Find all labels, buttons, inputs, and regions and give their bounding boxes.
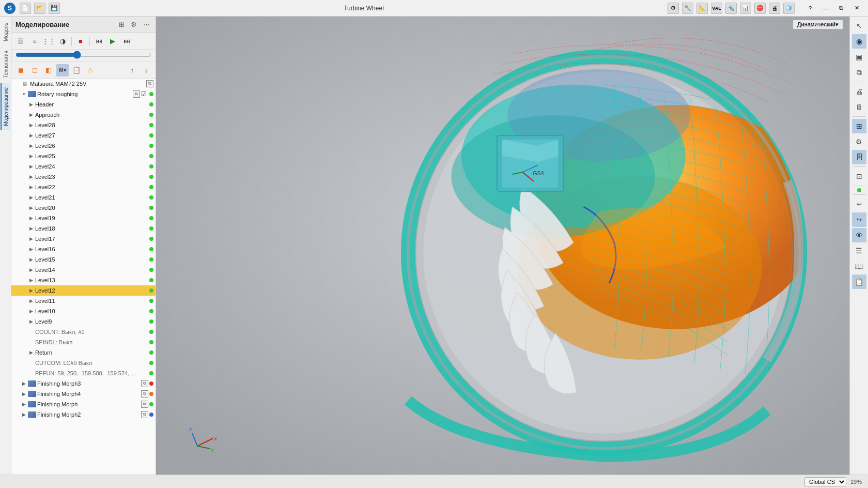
m-button[interactable]: M▾ xyxy=(56,64,69,77)
tree-level26[interactable]: ▶Level26 xyxy=(11,141,156,151)
tree-return[interactable]: ▶ Return xyxy=(11,347,156,358)
sort-asc-button[interactable]: ↑ xyxy=(126,64,138,77)
tree-level13[interactable]: ▶Level13 xyxy=(11,275,156,285)
toolbar-icon-3[interactable]: 📐 xyxy=(696,3,708,14)
toolbar-icon-8[interactable]: 🖨 xyxy=(769,3,780,14)
close-button[interactable]: ✕ xyxy=(849,3,864,14)
prev-button[interactable]: ⏮ xyxy=(92,35,105,48)
tree-level18[interactable]: ▶Level18 xyxy=(11,223,156,234)
tree-level27[interactable]: ▶Level27 xyxy=(11,130,156,141)
tree-spindl[interactable]: SPINDL: Выкл xyxy=(11,337,156,347)
dynamic-view-button[interactable]: Динамический▾ xyxy=(793,20,843,29)
expand-icon: ▶ xyxy=(28,349,34,356)
visibility-check[interactable]: ☑ xyxy=(141,90,148,98)
level19-label: Level19 xyxy=(35,215,148,221)
tree-rotary-roughing[interactable]: ▾ Rotary roughing ⧉ ☑ xyxy=(11,89,156,99)
rs-book2-icon[interactable]: 📋 xyxy=(852,274,866,289)
minimize-button[interactable]: — xyxy=(818,3,833,14)
toolbar-icon-5[interactable]: 🔩 xyxy=(725,3,737,14)
tree-level22[interactable]: ▶Level22 xyxy=(11,182,156,192)
toolbar-icon-6[interactable]: 📊 xyxy=(740,3,751,14)
toolbar-icon-2[interactable]: 🔧 xyxy=(682,3,693,14)
simulation-slider[interactable] xyxy=(16,51,151,59)
tree-level15[interactable]: ▶Level15 xyxy=(11,254,156,265)
tree-level25[interactable]: ▶Level25 xyxy=(11,151,156,161)
wire-view-button[interactable]: ◻ xyxy=(28,64,41,77)
rs-redo-icon[interactable]: ↪ xyxy=(852,212,866,227)
list-indent-button[interactable]: ⋮⋮ xyxy=(42,35,55,48)
op-icon xyxy=(28,91,36,97)
open-file-button[interactable]: 📂 xyxy=(34,3,45,14)
solid-view-button[interactable]: ◼ xyxy=(14,64,27,77)
rs-print-icon[interactable]: 🖨 xyxy=(852,84,866,99)
level17-label: Level17 xyxy=(35,236,148,242)
rs-grid-icon[interactable]: ⊞ xyxy=(852,119,866,133)
tree-level20[interactable]: ▶Level20 xyxy=(11,203,156,213)
rs-eye-icon[interactable]: 👁 xyxy=(852,228,866,242)
tree-machine[interactable]: 🖥 Matsuura MAM72 25V ⧉ xyxy=(11,79,156,89)
viewport-topbar: Динамический▾ xyxy=(786,17,849,33)
next-end-button[interactable]: ⏭ xyxy=(120,35,133,48)
tree-level17[interactable]: ▶Level17 xyxy=(11,234,156,244)
tree-level11[interactable]: ▶Level11 xyxy=(11,296,156,306)
tree-cutcom[interactable]: CUTCOM: LC#0 Выкл xyxy=(11,358,156,368)
sidebar-tab-modeling[interactable]: Моделирование xyxy=(1,83,10,130)
tree-level12[interactable]: ▶ Level12 xyxy=(11,285,156,296)
rs-undo-icon[interactable]: ↩ xyxy=(852,197,866,211)
rs-book-icon[interactable]: 📖 xyxy=(852,259,866,273)
rs-list-view-icon[interactable]: ☰ xyxy=(852,243,866,258)
rs-zoom-fit-icon[interactable]: ⊡ xyxy=(852,169,866,184)
tree-level10[interactable]: ▶Level10 xyxy=(11,306,156,316)
rs-layers-icon[interactable]: ⧉ xyxy=(852,65,866,80)
rs-database-icon[interactable]: 🗄 xyxy=(852,150,866,164)
tree-level19[interactable]: ▶Level19 xyxy=(11,213,156,223)
highlight-button[interactable]: ◑ xyxy=(56,35,69,48)
save-file-button[interactable]: 💾 xyxy=(49,3,60,14)
tree-level21[interactable]: ▶Level21 xyxy=(11,192,156,203)
rs-square-view-icon[interactable]: ▣ xyxy=(852,50,866,64)
rs-cursor-icon[interactable]: ↖ xyxy=(852,19,866,33)
tree-level28[interactable]: ▶Level28 xyxy=(11,120,156,130)
sidebar-tab-technology[interactable]: Технология xyxy=(1,47,10,82)
tree-ppfun[interactable]: PPFUN: 59, 250, -159.588, -159.574, ... xyxy=(11,368,156,378)
sort-desc-button[interactable]: ↓ xyxy=(140,64,152,77)
list-tree-button[interactable]: ≡ xyxy=(28,35,41,48)
warn-button[interactable]: ⚠ xyxy=(84,64,97,77)
coordinate-system-select[interactable]: Global CS Local CS Work CS xyxy=(804,477,846,486)
list-flat-button[interactable]: ☰ xyxy=(14,35,27,48)
3d-viewport[interactable]: GS4 Динамический▾ X Y Z xyxy=(156,17,849,475)
tree-finishing-morph[interactable]: ▶ Finishing Morph ⧉ xyxy=(11,399,156,409)
toolbar-icon-4[interactable]: VAL xyxy=(711,3,722,14)
tree-level16[interactable]: ▶Level16 xyxy=(11,244,156,254)
tree-approach[interactable]: ▶ Approach xyxy=(11,110,156,120)
tree-level9[interactable]: ▶Level9 xyxy=(11,316,156,327)
tree-level14[interactable]: ▶Level14 xyxy=(11,265,156,275)
stop-button[interactable]: ■ xyxy=(74,35,87,48)
panel-icon-settings[interactable]: ⚙ xyxy=(129,20,139,30)
tree-finishing-morph2[interactable]: ▶ Finishing Morph2 ⧉ xyxy=(11,409,156,420)
toolbar-icon-7[interactable]: ⛔ xyxy=(754,3,766,14)
help-button[interactable]: ? xyxy=(803,3,817,14)
play-button[interactable]: ▶ xyxy=(106,35,119,48)
panel-icon-more[interactable]: ⋯ xyxy=(141,20,151,30)
rotary-roughing-label: Rotary roughing xyxy=(37,91,132,97)
rs-circle-view-icon[interactable]: ◉ xyxy=(852,34,866,49)
shade-view-button[interactable]: ◧ xyxy=(42,64,55,77)
maximize-button[interactable]: ⧉ xyxy=(834,3,848,14)
toolbar-icon-1[interactable]: ⚙ xyxy=(668,3,679,14)
tree-header[interactable]: ▶ Header xyxy=(11,99,156,110)
tree-level23[interactable]: ▶Level23 xyxy=(11,172,156,182)
list2-button[interactable]: 📋 xyxy=(70,64,83,77)
rs-settings-view-icon[interactable]: ⚙ xyxy=(852,134,866,149)
tree-finishing-morph4[interactable]: ▶ Finishing Morph4 ⧉ xyxy=(11,389,156,399)
sidebar-tab-model[interactable]: Модель xyxy=(1,19,10,45)
new-file-button[interactable]: 📄 xyxy=(20,3,31,14)
toolbar-icon-9[interactable]: 🧊 xyxy=(783,3,795,14)
tree-finishing-morph3[interactable]: ▶ Finishing Morph3 ⧉ xyxy=(11,378,156,389)
tree-level24[interactable]: ▶Level24 xyxy=(11,161,156,172)
toolbar-sep-2 xyxy=(89,37,90,46)
tree-coolnt[interactable]: COOLNT: Выкл, #1 xyxy=(11,327,156,337)
axis-indicator: X Y Z xyxy=(187,423,218,454)
panel-icon-grid[interactable]: ⊞ xyxy=(116,20,127,30)
rs-monitor-icon[interactable]: 🖥 xyxy=(852,100,866,114)
